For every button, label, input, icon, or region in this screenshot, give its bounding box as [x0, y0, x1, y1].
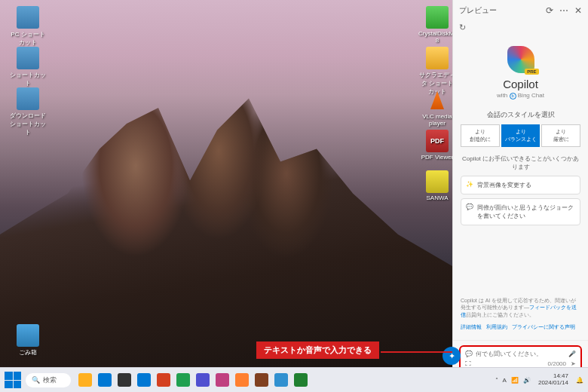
suggestion-icon: 💬 — [466, 204, 473, 210]
app-icon: PDF — [426, 130, 449, 152]
desktop-icon[interactable]: PC ショートカット — [9, 6, 47, 47]
suggestion-text: 同僚が面白いと思うようなジョークを書いてください — [477, 204, 575, 220]
new-topic-button[interactable]: ✦ — [443, 347, 461, 365]
icon-label: PDF Viewer — [418, 154, 456, 161]
wallpaper-mountain — [0, 60, 452, 377]
volume-icon[interactable]: 🔊 — [523, 377, 531, 384]
taskbar-app-icon[interactable] — [137, 373, 151, 387]
system-tray[interactable]: ˄ A 📶 🔊 14:47 2024/01/14 🔔 — [495, 373, 583, 387]
chevron-up-icon[interactable]: ˄ — [495, 377, 498, 384]
app-icon — [17, 87, 39, 110]
app-icon — [17, 6, 39, 29]
copilot-header: プレビュー ⟳ ⋯ ✕ — [453, 0, 588, 21]
footer-links: 詳細情報利用規約プライバシーに関する声明 — [461, 323, 580, 331]
suggestion-text: 背景画像を変更する — [477, 181, 531, 189]
annotation-callout: テキストか音声で入力できる — [256, 341, 379, 359]
footer-link[interactable]: 利用規約 — [486, 323, 507, 331]
icon-label: ごみ箱 — [9, 348, 47, 357]
desktop-icon[interactable]: VLC media player — [418, 89, 456, 127]
icon-label: SANWA — [418, 194, 456, 201]
copilot-subtitle: with b Bing Chat — [461, 92, 580, 100]
copilot-title: Copilot — [461, 78, 580, 90]
taskbar-app-icon[interactable] — [98, 373, 112, 387]
app-icon — [426, 170, 449, 193]
notification-icon[interactable]: 🔔 — [576, 377, 583, 384]
style-selector: より創造的によりバランスよくより厳密に — [461, 124, 580, 147]
search-label: 検索 — [43, 375, 57, 385]
desktop-icon[interactable]: SANWA — [418, 170, 456, 201]
bing-icon: b — [510, 93, 516, 100]
taskbar-app-icon[interactable] — [78, 373, 92, 387]
app-icon — [426, 47, 449, 69]
char-counter: 0/2000 — [548, 360, 566, 367]
refresh-icon[interactable]: ⟳ — [546, 5, 553, 16]
search-icon: 🔍 — [32, 376, 40, 384]
style-option[interactable]: より創造的に — [461, 124, 500, 147]
taskbar-app-icon[interactable] — [274, 373, 288, 387]
expand-icon[interactable]: ⛶ — [465, 360, 471, 367]
ime-indicator[interactable]: A — [503, 377, 507, 384]
style-option[interactable]: よりバランスよく — [501, 124, 541, 147]
desktop-icon[interactable]: ショートカット — [9, 47, 47, 87]
icon-label: CrystalDiskMark 8 — [418, 30, 456, 44]
disclaimer: Copilot は AI を使用して応答するため、間違いが発生する可能性がありま… — [461, 297, 580, 319]
clock[interactable]: 14:47 2024/01/14 — [538, 373, 568, 387]
taskbar-app-icon[interactable] — [216, 373, 229, 387]
pre-badge: PRE — [525, 69, 538, 75]
desktop-icon[interactable]: PDFPDF Viewer — [418, 130, 456, 161]
icon-label: ショートカット — [9, 71, 47, 87]
close-icon[interactable]: ✕ — [574, 5, 582, 16]
desktop-icon[interactable]: CrystalDiskMark 8 — [418, 6, 456, 44]
taskbar: 🔍 検索 ˄ A 📶 🔊 14:47 2024/01/14 🔔 — [0, 367, 588, 392]
search-box[interactable]: 🔍 検索 — [26, 373, 71, 387]
more-icon[interactable]: ⋯ — [559, 5, 568, 16]
taskbar-app-icon[interactable] — [176, 373, 190, 387]
desktop-icon[interactable]: ダウンロード ショートカット — [9, 87, 47, 136]
icon-label: ダウンロード ショートカット — [9, 112, 47, 136]
taskbar-apps — [78, 373, 308, 387]
mic-icon[interactable]: 🎤 — [568, 351, 576, 357]
history-icon[interactable]: ↻ — [459, 23, 466, 32]
desktop-icon[interactable]: ごみ箱 — [9, 324, 47, 357]
icon-label: PC ショートカット — [9, 30, 47, 47]
suggestion-card[interactable]: ✨背景画像を変更する — [461, 176, 580, 194]
app-icon — [426, 6, 449, 29]
taskbar-app-icon[interactable] — [294, 373, 308, 387]
footer-link[interactable]: 詳細情報 — [461, 323, 482, 331]
copilot-logo-icon: PRE — [507, 46, 534, 73]
taskbar-app-icon[interactable] — [157, 373, 170, 387]
annotation-line — [381, 351, 452, 353]
copilot-sidebar: プレビュー ⟳ ⋯ ✕ ↻ PRE Copilot with b Bing Ch… — [452, 0, 588, 377]
help-text: Copilot にお手伝いできることがいくつかあります — [461, 155, 580, 171]
taskbar-app-icon[interactable] — [196, 373, 210, 387]
chat-input[interactable] — [476, 351, 565, 357]
suggestion-card[interactable]: 💬同僚が面白いと思うようなジョークを書いてください — [461, 198, 580, 225]
send-icon[interactable]: ➤ — [571, 360, 576, 367]
style-option[interactable]: より厳密に — [541, 124, 580, 147]
suggestion-icon: ✨ — [466, 181, 473, 188]
footer-link[interactable]: プライバシーに関する声明 — [512, 323, 575, 331]
chat-icon: 💬 — [465, 351, 473, 357]
taskbar-app-icon[interactable] — [255, 373, 268, 387]
style-label: 会話のスタイルを選択 — [461, 110, 580, 120]
copilot-logo-block: PRE Copilot with b Bing Chat — [461, 46, 580, 100]
icon-label: VLC media player — [418, 113, 456, 127]
app-icon — [17, 47, 39, 69]
app-icon — [426, 89, 449, 112]
taskbar-app-icon[interactable] — [118, 373, 131, 387]
start-button[interactable] — [5, 372, 21, 388]
wifi-icon[interactable]: 📶 — [511, 377, 519, 384]
app-icon — [17, 324, 39, 347]
copilot-header-title: プレビュー — [459, 5, 497, 16]
taskbar-app-icon[interactable] — [235, 373, 249, 387]
